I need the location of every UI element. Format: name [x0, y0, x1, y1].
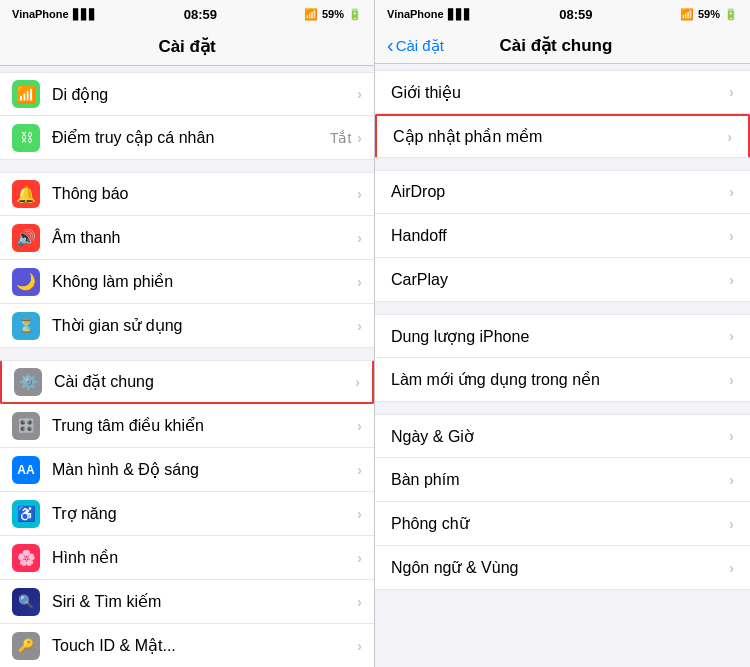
right-item-handoff[interactable]: Handoff › [375, 214, 750, 258]
left-time: 08:59 [184, 7, 217, 22]
left-group-3: ⚙️ Cài đặt chung › 🎛️ Trung tâm điều khi… [0, 360, 374, 667]
diem-truy-cap-value: Tắt [330, 130, 351, 146]
left-wifi-icon: 📶 [304, 8, 318, 21]
left-item-thoi-gian-su-dung[interactable]: ⏳ Thời gian sử dụng › [0, 304, 374, 348]
left-item-siri[interactable]: 🔍 Siri & Tìm kiếm › [0, 580, 374, 624]
trung-tam-chevron: › [357, 418, 362, 434]
left-group-1: 📶 Di động › ⛓ Điểm truy cập cá nhân Tắt … [0, 72, 374, 160]
diem-truy-cap-label: Điểm truy cập cá nhân [52, 128, 330, 147]
touch-id-icon: 🔑 [12, 632, 40, 660]
ngay-gio-chevron: › [729, 428, 734, 444]
right-nav-title: Cài đặt chung [499, 35, 612, 56]
right-group-2: AirDrop › Handoff › CarPlay › [375, 170, 750, 302]
right-item-carplay[interactable]: CarPlay › [375, 258, 750, 302]
right-nav-bar: ‹ Cài đặt Cài đặt chung [375, 28, 750, 64]
am-thanh-icon: 🔊 [12, 224, 40, 252]
right-item-phong-chu[interactable]: Phông chữ › [375, 502, 750, 546]
diem-truy-cap-chevron: › [357, 130, 362, 146]
left-status-left: VinaPhone ▋▋▋ [12, 8, 97, 20]
di-dong-label: Di động [52, 85, 357, 104]
right-sep-2 [375, 302, 750, 308]
left-status-bar: VinaPhone ▋▋▋ 08:59 📶 59% 🔋 [0, 0, 374, 28]
back-chevron-icon: ‹ [387, 34, 394, 57]
cap-nhat-chevron: › [727, 129, 732, 145]
ngay-gio-label: Ngày & Giờ [391, 427, 474, 446]
left-item-diem-truy-cap[interactable]: ⛓ Điểm truy cập cá nhân Tắt › [0, 116, 374, 160]
man-hinh-label: Màn hình & Độ sáng [52, 460, 357, 479]
ban-phim-label: Bàn phím [391, 471, 459, 489]
gioi-thieu-chevron: › [729, 84, 734, 100]
tro-nang-chevron: › [357, 506, 362, 522]
right-panel: VinaPhone ▋▋▋ 08:59 📶 59% 🔋 ‹ Cài đặt Cà… [375, 0, 750, 667]
thong-bao-label: Thông báo [52, 185, 357, 203]
airdrop-label: AirDrop [391, 183, 445, 201]
handoff-label: Handoff [391, 227, 447, 245]
left-item-trung-tam[interactable]: 🎛️ Trung tâm điều khiển › [0, 404, 374, 448]
phong-chu-chevron: › [729, 516, 734, 532]
lam-moi-label: Làm mới ứng dụng trong nền [391, 370, 600, 389]
left-item-am-thanh[interactable]: 🔊 Âm thanh › [0, 216, 374, 260]
left-nav-title: Cài đặt [158, 37, 215, 56]
right-item-ban-phim[interactable]: Bàn phím › [375, 458, 750, 502]
right-item-cap-nhat[interactable]: Cập nhật phần mềm › [375, 114, 750, 158]
siri-label: Siri & Tìm kiếm [52, 592, 357, 611]
left-battery-icon: 🔋 [348, 8, 362, 21]
right-battery: 59% [698, 8, 720, 20]
khong-lam-phien-icon: 🌙 [12, 268, 40, 296]
tro-nang-label: Trợ năng [52, 504, 357, 523]
right-time: 08:59 [559, 7, 592, 22]
left-item-hinh-nen[interactable]: 🌸 Hình nền › [0, 536, 374, 580]
phong-chu-label: Phông chữ [391, 514, 469, 533]
thoi-gian-icon: ⏳ [12, 312, 40, 340]
man-hinh-chevron: › [357, 462, 362, 478]
siri-chevron: › [357, 594, 362, 610]
right-signal-icon: ▋▋▋ [448, 9, 472, 20]
dung-luong-label: Dung lượng iPhone [391, 327, 529, 346]
cai-dat-chung-icon: ⚙️ [14, 368, 42, 396]
left-item-touch-id[interactable]: 🔑 Touch ID & Mật... › [0, 624, 374, 667]
left-carrier: VinaPhone [12, 8, 69, 20]
right-wifi-icon: 📶 [680, 8, 694, 21]
left-panel: VinaPhone ▋▋▋ 08:59 📶 59% 🔋 Cài đặt 📶 Di… [0, 0, 375, 667]
back-label[interactable]: Cài đặt [396, 37, 444, 55]
right-item-dung-luong[interactable]: Dung lượng iPhone › [375, 314, 750, 358]
left-item-tro-nang[interactable]: ♿ Trợ năng › [0, 492, 374, 536]
right-item-ngay-gio[interactable]: Ngày & Giờ › [375, 414, 750, 458]
right-status-left: VinaPhone ▋▋▋ [387, 8, 472, 20]
left-sep-2 [0, 348, 374, 354]
left-item-thong-bao[interactable]: 🔔 Thông báo › [0, 172, 374, 216]
man-hinh-icon: AA [12, 456, 40, 484]
left-scroll-area[interactable]: 📶 Di động › ⛓ Điểm truy cập cá nhân Tắt … [0, 66, 374, 667]
carplay-chevron: › [729, 272, 734, 288]
thong-bao-chevron: › [357, 186, 362, 202]
left-item-khong-lam-phien[interactable]: 🌙 Không làm phiền › [0, 260, 374, 304]
trung-tam-icon: 🎛️ [12, 412, 40, 440]
left-item-cai-dat-chung[interactable]: ⚙️ Cài đặt chung › [0, 360, 374, 404]
right-status-bar: VinaPhone ▋▋▋ 08:59 📶 59% 🔋 [375, 0, 750, 28]
right-item-airdrop[interactable]: AirDrop › [375, 170, 750, 214]
right-item-ngon-ngu[interactable]: Ngôn ngữ & Vùng › [375, 546, 750, 590]
right-group-3: Dung lượng iPhone › Làm mới ứng dụng tro… [375, 314, 750, 402]
ban-phim-chevron: › [729, 472, 734, 488]
am-thanh-chevron: › [357, 230, 362, 246]
thoi-gian-chevron: › [357, 318, 362, 334]
left-item-di-dong[interactable]: 📶 Di động › [0, 72, 374, 116]
right-status-right: 📶 59% 🔋 [680, 8, 738, 21]
right-item-lam-moi[interactable]: Làm mới ứng dụng trong nền › [375, 358, 750, 402]
dung-luong-chevron: › [729, 328, 734, 344]
hinh-nen-label: Hình nền [52, 548, 357, 567]
left-item-man-hinh[interactable]: AA Màn hình & Độ sáng › [0, 448, 374, 492]
right-item-gioi-thieu[interactable]: Giới thiệu › [375, 70, 750, 114]
cap-nhat-label: Cập nhật phần mềm [393, 127, 542, 146]
carplay-label: CarPlay [391, 271, 448, 289]
right-nav-back[interactable]: ‹ Cài đặt [387, 34, 444, 57]
di-dong-chevron: › [357, 86, 362, 102]
cai-dat-chung-label: Cài đặt chung [54, 372, 355, 391]
airdrop-chevron: › [729, 184, 734, 200]
cai-dat-chung-chevron: › [355, 374, 360, 390]
left-signal-icon: ▋▋▋ [73, 9, 97, 20]
right-scroll-area[interactable]: Giới thiệu › Cập nhật phần mềm › AirDrop… [375, 64, 750, 667]
left-sep-1 [0, 160, 374, 166]
di-dong-icon: 📶 [12, 80, 40, 108]
gioi-thieu-label: Giới thiệu [391, 83, 461, 102]
